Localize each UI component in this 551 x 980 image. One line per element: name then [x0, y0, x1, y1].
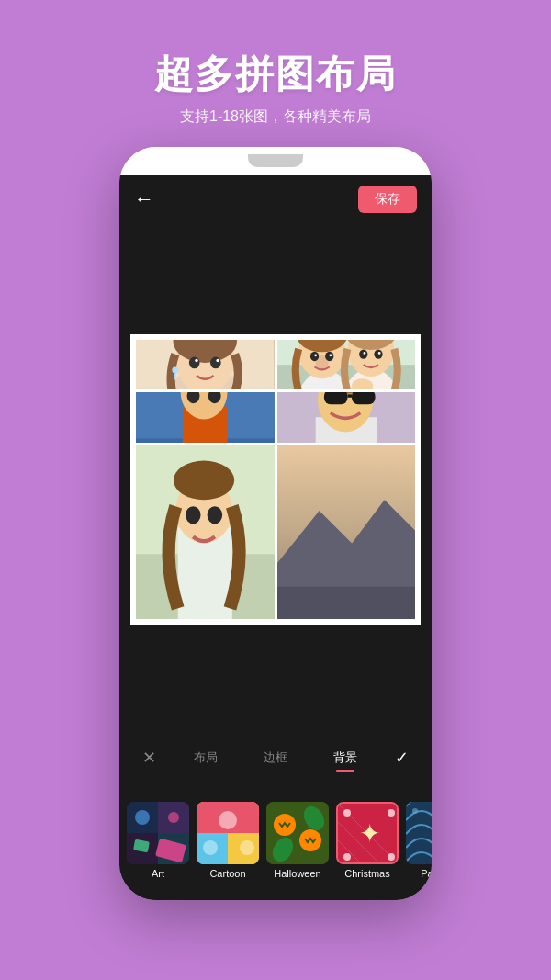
phone-screen: ← 保存 [119, 175, 432, 900]
collage-cell-5[interactable] [136, 445, 275, 619]
svg-point-57 [186, 506, 201, 524]
svg-point-69 [167, 842, 180, 855]
bottom-tabs: ✕ 布局 边框 背景 ✓ [119, 735, 432, 781]
filter-thumb-christmas: ✦ [336, 802, 399, 864]
svg-point-11 [216, 359, 219, 362]
filter-pattern-label: Pattern [421, 868, 432, 879]
app-nav: ← 保存 [119, 175, 432, 224]
svg-rect-61 [277, 587, 416, 619]
filter-christmas-label: Christmas [344, 868, 390, 879]
filter-pattern[interactable]: Pattern [406, 802, 432, 879]
svg-point-33 [374, 349, 382, 358]
svg-point-24 [309, 352, 318, 361]
svg-point-86 [343, 809, 351, 817]
svg-point-35 [377, 352, 380, 355]
filter-cartoon[interactable]: Cartoon [197, 802, 259, 879]
svg-point-89 [388, 853, 395, 861]
header: 超多拼图布局 支持1-18张图，各种精美布局 [0, 0, 551, 175]
collage-cell-1[interactable] [136, 340, 275, 389]
svg-point-78 [299, 829, 321, 851]
svg-point-26 [314, 354, 317, 356]
collage-cell-4[interactable] [277, 392, 416, 442]
collage-cell-2[interactable] [277, 340, 416, 389]
svg-point-87 [388, 809, 395, 817]
svg-point-10 [195, 359, 197, 362]
svg-point-58 [208, 506, 223, 524]
phone-mockup: ← 保存 [119, 147, 432, 900]
filter-thumb-halloween [266, 802, 329, 864]
svg-point-75 [240, 840, 254, 855]
filter-cartoon-label: Cartoon [209, 868, 245, 879]
svg-point-74 [203, 840, 218, 855]
tab-background[interactable]: 背景 [324, 746, 366, 770]
filter-thumb-art: ✦ [127, 802, 189, 864]
collage-grid [130, 334, 421, 625]
svg-point-32 [359, 349, 367, 358]
svg-point-88 [343, 853, 351, 861]
filter-art[interactable]: ✦ Art [127, 802, 189, 879]
svg-point-27 [329, 354, 332, 356]
page-subtitle: 支持1-18张图，各种精美布局 [180, 107, 371, 127]
filter-halloween[interactable]: Halloween [266, 802, 329, 879]
collage-cell-6[interactable] [277, 445, 416, 619]
tab-border[interactable]: 边框 [254, 746, 297, 770]
close-button[interactable]: ✕ [142, 748, 156, 768]
save-button[interactable]: 保存 [358, 186, 417, 213]
svg-point-67 [168, 812, 179, 823]
svg-point-77 [274, 814, 296, 836]
svg-point-8 [189, 357, 200, 369]
filter-christmas[interactable]: ✦ Christmas [336, 802, 399, 879]
svg-point-34 [363, 352, 365, 355]
svg-point-12 [172, 367, 178, 374]
svg-rect-65 [158, 833, 189, 864]
confirm-button[interactable]: ✓ [395, 748, 409, 768]
svg-rect-50 [352, 392, 375, 404]
svg-point-73 [219, 811, 237, 829]
filter-row: ✦ Art [119, 781, 432, 900]
svg-point-66 [135, 810, 150, 825]
collage-cell-3[interactable] [136, 392, 275, 442]
svg-point-91 [412, 808, 418, 814]
svg-text:✦: ✦ [359, 819, 380, 848]
collage-area [119, 224, 432, 735]
filter-thumb-pattern [406, 802, 432, 864]
filter-thumb-cartoon [197, 802, 259, 864]
svg-rect-49 [323, 392, 346, 404]
svg-point-56 [174, 460, 234, 500]
filter-art-label: Art [152, 868, 164, 879]
svg-point-9 [210, 357, 221, 369]
svg-point-25 [325, 352, 333, 361]
back-button[interactable]: ← [134, 187, 154, 211]
tab-layout[interactable]: 布局 [185, 746, 227, 770]
page-title: 超多拼图布局 [154, 49, 397, 100]
filter-halloween-label: Halloween [274, 868, 320, 879]
